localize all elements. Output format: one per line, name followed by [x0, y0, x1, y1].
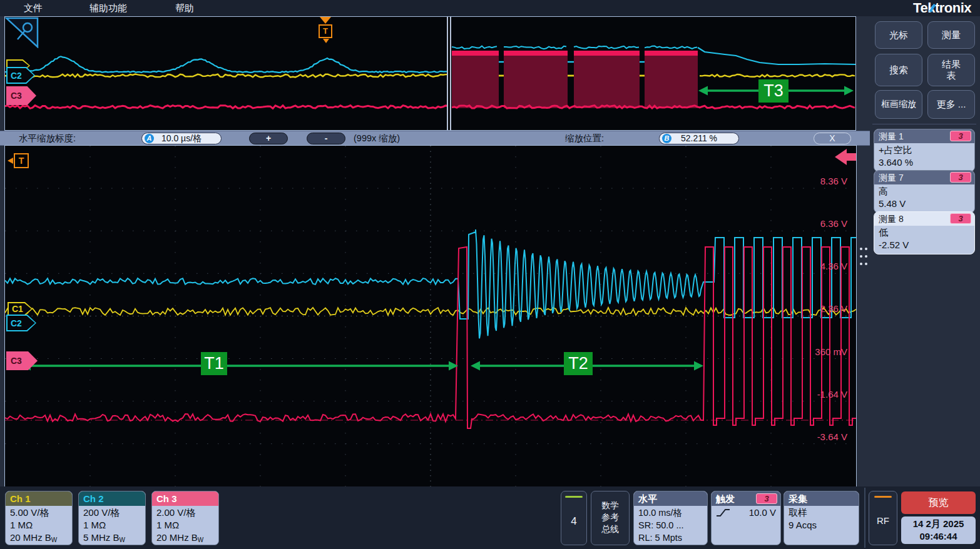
rf-color-indicator	[874, 496, 892, 498]
t2-annotation-label: T2	[564, 352, 593, 375]
scale-readout-3: 4.36 V	[791, 261, 847, 271]
add-channel-4-button[interactable]: 4	[561, 491, 587, 545]
math-ref-bus-button[interactable]: 数学 参考 总线	[591, 491, 630, 545]
rising-edge-icon	[716, 507, 731, 518]
zoom-close-button[interactable]: X	[814, 133, 851, 144]
trigger-marker-arrow	[8, 158, 13, 164]
zoom-overview-icon[interactable]	[5, 17, 39, 48]
measurement-7-source-badge: 3	[950, 172, 971, 183]
bottom-bar: Ch 1 5.00 V/格 1 MΩ 20 MHz BW Ch 2 200 V/…	[0, 486, 980, 549]
rf-button[interactable]: RF	[869, 491, 897, 545]
trigger-source-badge: 3	[756, 493, 777, 504]
panel-splitter-handle[interactable]	[860, 248, 869, 268]
trigger-marker[interactable]: T	[14, 153, 29, 168]
measurement-8-source-badge: 3	[950, 213, 971, 224]
tektronix-logo: Tektronix	[913, 0, 971, 16]
right-sidebar: 光标 测量 搜索 结果表 框画缩放 更多 ... 测量 1 3 +占空比 3.6…	[870, 16, 980, 486]
measurement-1-source-badge: 3	[950, 131, 971, 141]
menu-file[interactable]: 文件	[24, 0, 43, 16]
zoom-factor-readout: (999x 缩放)	[354, 131, 400, 145]
bottom-bar-divider	[864, 488, 865, 548]
channel-2-badge[interactable]: Ch 2 200 V/格 1 MΩ 5 MHz BW	[78, 491, 146, 545]
measurement-card-1[interactable]: 测量 1 3 +占空比 3.640 %	[874, 129, 975, 172]
cursors-button[interactable]: 光标	[875, 21, 922, 49]
scale-readout-7: -3.64 V	[791, 431, 847, 442]
waveform-display: 8.36 V 6.36 V 4.36 V 2.36 V 360 mV -1.64…	[4, 145, 857, 487]
channel-1-badge[interactable]: Ch 1 5.00 V/格 1 MΩ 20 MHz BW	[5, 491, 73, 545]
oscilloscope-screen: 文件 辅助功能 帮助 Tektronix C2 C3 T T3	[0, 0, 980, 549]
trigger-flag-tail	[323, 39, 329, 43]
scale-readout-5: 360 mV	[791, 346, 847, 357]
zoom-position-knob[interactable]: B 52.211 %	[659, 133, 739, 144]
scale-readout-1: 8.36 V	[791, 176, 847, 186]
trigger-position-icon[interactable]	[320, 17, 331, 24]
channel-4-color-indicator	[565, 496, 583, 498]
zoom-bar: 水平缩放标度: A 10.0 µs/格 + - (999x 缩放) 缩放位置: …	[0, 131, 870, 146]
zoom-position-label: 缩放位置:	[565, 131, 604, 145]
results-table-button[interactable]: 结果表	[927, 54, 975, 86]
measurement-card-8[interactable]: 测量 8 3 低 -2.52 V	[874, 211, 975, 254]
t1-annotation-label: T1	[201, 352, 227, 375]
measurement-card-7[interactable]: 测量 7 3 高 5.48 V	[874, 170, 975, 213]
more-button[interactable]: 更多 ...	[927, 90, 975, 119]
scale-readout-2: 6.36 V	[791, 218, 847, 229]
preview-button[interactable]: 预览	[901, 491, 976, 514]
trigger-badge[interactable]: 触发 3 10.0 V	[711, 491, 781, 545]
channel-3-badge[interactable]: Ch 3 2.00 V/格 1 MΩ 20 MHz BW	[151, 491, 219, 545]
menu-help[interactable]: 帮助	[175, 0, 194, 16]
measure-button[interactable]: 测量	[927, 21, 975, 49]
graticule-canvas	[5, 146, 856, 486]
trigger-flag[interactable]: T	[319, 24, 332, 38]
scale-readout-4: 2.36 V	[791, 303, 847, 314]
zoom-scale-knob[interactable]: A 10.0 µs/格	[141, 133, 222, 144]
zoom-out-button[interactable]: -	[307, 133, 345, 144]
zoom-scale-label: 水平缩放标度:	[19, 131, 76, 145]
zoom-in-button[interactable]: +	[249, 133, 288, 144]
overview-waveforms	[5, 17, 855, 130]
scale-readout-6: -1.64 V	[791, 389, 847, 400]
menu-utility[interactable]: 辅助功能	[89, 0, 127, 16]
draw-zoom-button[interactable]: 框画缩放	[875, 90, 922, 119]
datetime-display[interactable]: 14 2月 2025 09:46:44	[901, 516, 976, 544]
horizontal-badge[interactable]: 水平 10.0 ms/格 SR: 50.0 ... RL: 5 Mpts	[633, 491, 708, 545]
menu-bar: 文件 辅助功能 帮助 Tektronix	[0, 0, 980, 16]
t3-annotation-label: T3	[758, 79, 789, 103]
acquisition-badge[interactable]: 采集 取样 9 Acqs	[783, 491, 859, 545]
search-button[interactable]: 搜索	[875, 54, 922, 86]
knob-b-icon: B	[662, 134, 671, 143]
sidebar-divider	[872, 124, 976, 124]
knob-a-icon: A	[145, 134, 154, 143]
overview-panel: C2 C3 T T3	[4, 16, 856, 131]
